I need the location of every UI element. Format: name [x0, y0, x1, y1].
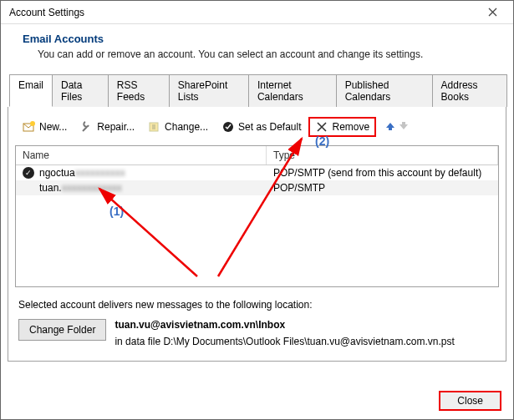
tab-internet-calendars[interactable]: Internet Calendars — [248, 74, 337, 107]
account-type: POP/SMTP — [267, 182, 498, 194]
repair-label: Repair... — [97, 121, 135, 133]
tab-panel-email: New... Repair... Change... Set as Defaul… — [8, 107, 506, 362]
new-button[interactable]: New... — [17, 117, 73, 137]
arrow-down-icon — [398, 120, 410, 132]
list-row[interactable]: ✓ ngoctuaxxxxxxxxxx POP/SMTP (send from … — [16, 165, 498, 180]
close-button[interactable]: Close — [439, 391, 501, 411]
header-subtitle: You can add or remove an account. You ca… — [38, 48, 491, 60]
change-label: Change... — [165, 121, 208, 133]
remove-x-icon — [315, 120, 328, 134]
check-circle-icon — [221, 120, 235, 134]
col-name[interactable]: Name — [16, 146, 267, 164]
window-close-button[interactable] — [478, 3, 506, 23]
list-row[interactable]: tuan.xxxxxxxxxxxx POP/SMTP — [16, 180, 498, 195]
accounts-list: Name Type ✓ ngoctuaxxxxxxxxxx POP/SMTP (… — [15, 145, 499, 287]
tab-email[interactable]: Email — [9, 74, 53, 107]
delivery-intro: Selected account delivers new messages t… — [18, 299, 496, 311]
wrench-icon — [80, 120, 94, 134]
arrow-up-icon — [384, 120, 396, 132]
svg-point-1 — [30, 121, 35, 126]
dialog-header: Email Accounts You can add or remove an … — [1, 24, 513, 73]
delivery-folder: tuan.vu@avisvietnam.com.vn\Inbox — [115, 319, 454, 331]
new-label: New... — [39, 121, 67, 133]
tab-data-files[interactable]: Data Files — [52, 74, 109, 107]
annotation-2: (2) — [315, 134, 329, 148]
window-title: Account Settings — [9, 7, 84, 18]
tab-rss-feeds[interactable]: RSS Feeds — [108, 74, 170, 107]
dialog-body: Email Data Files RSS Feeds SharePoint Li… — [1, 73, 513, 368]
default-label: Set as Default — [238, 121, 301, 133]
set-default-button[interactable]: Set as Default — [216, 117, 307, 137]
annotation-1: (1) — [109, 205, 124, 218]
tab-strip: Email Data Files RSS Feeds SharePoint Li… — [9, 73, 506, 107]
new-mail-icon — [23, 120, 36, 134]
change-icon — [148, 120, 161, 134]
delivery-section: Selected account delivers new messages t… — [15, 287, 499, 354]
account-name: ngoctuaxxxxxxxxxx — [39, 167, 125, 179]
move-down-button[interactable] — [398, 120, 410, 134]
account-name: tuan.xxxxxxxxxxxx — [39, 182, 122, 194]
tab-published-calendars[interactable]: Published Calendars — [336, 74, 433, 107]
move-up-button[interactable] — [384, 120, 396, 134]
change-button[interactable]: Change... — [142, 117, 214, 137]
delivery-path: tuan.vu@avisvietnam.com.vn\Inbox in data… — [115, 319, 454, 347]
repair-button[interactable]: Repair... — [74, 117, 140, 137]
change-folder-button[interactable]: Change Folder — [18, 319, 106, 341]
titlebar: Account Settings — [1, 1, 513, 24]
toolbar: New... Repair... Change... Set as Defaul… — [15, 114, 499, 145]
remove-label: Remove — [332, 121, 369, 133]
account-type: POP/SMTP (send from this account by defa… — [267, 167, 498, 179]
header-title: Email Accounts — [23, 33, 491, 45]
close-icon — [488, 8, 497, 17]
delivery-data-file: in data file D:\My Documents\Outlook Fil… — [115, 336, 454, 347]
dialog-footer: Close — [439, 391, 501, 411]
tab-sharepoint[interactable]: SharePoint Lists — [169, 74, 249, 107]
col-type[interactable]: Type — [267, 146, 498, 164]
default-marker-icon: ✓ — [23, 167, 34, 179]
list-header: Name Type — [16, 146, 498, 165]
tab-address-books[interactable]: Address Books — [432, 74, 507, 107]
